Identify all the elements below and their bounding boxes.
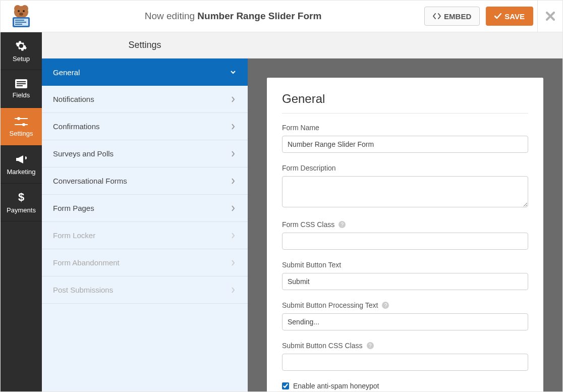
submit-proc-input[interactable] <box>282 313 528 330</box>
panel-general[interactable]: General <box>42 59 248 86</box>
chevron-right-icon <box>231 151 236 157</box>
help-icon[interactable]: ? <box>367 342 374 349</box>
topbar-actions: EMBED SAVE <box>424 7 537 26</box>
panel-label: Form Abandonment <box>53 258 120 267</box>
panel-notifications[interactable]: Notifications <box>42 86 248 113</box>
chevron-down-icon <box>231 70 236 75</box>
svg-rect-15 <box>15 118 28 119</box>
editing-prefix: Now editing <box>145 11 198 21</box>
settings-panel-header: Settings <box>42 32 248 59</box>
panel-surveys[interactable]: Surveys and Polls <box>42 140 248 167</box>
svg-rect-12 <box>17 81 26 82</box>
chevron-right-icon <box>231 178 236 184</box>
panel-label: General <box>53 68 80 77</box>
chevron-right-icon <box>231 96 236 102</box>
svg-point-4 <box>23 10 25 12</box>
nav-label: Payments <box>7 206 36 214</box>
chevron-right-icon <box>231 124 236 130</box>
nav-marketing[interactable]: Marketing <box>1 146 42 184</box>
topbar: Now editing Number Range Slider Form EMB… <box>1 1 562 32</box>
form-desc-input[interactable] <box>282 176 528 207</box>
panel-label: Surveys and Polls <box>53 149 114 158</box>
form-desc-label: Form Description <box>282 164 528 172</box>
close-button[interactable] <box>537 1 562 32</box>
help-icon[interactable]: ? <box>339 221 346 228</box>
svg-point-2 <box>14 6 28 18</box>
embed-button[interactable]: EMBED <box>424 7 480 26</box>
nav-label: Fields <box>13 91 30 99</box>
field-css-class: Form CSS Class ? <box>282 220 528 250</box>
svg-point-3 <box>18 10 20 12</box>
panel-confirmations[interactable]: Confirmations <box>42 113 248 140</box>
submit-text-label: Submit Button Text <box>282 261 528 269</box>
panel-post-submissions[interactable]: Post Submissions <box>42 276 248 304</box>
panel-label: Conversational Forms <box>53 177 127 185</box>
svg-point-18 <box>22 123 25 126</box>
nav-label: Marketing <box>7 168 35 176</box>
css-class-input[interactable] <box>282 233 528 250</box>
svg-point-17 <box>17 117 20 120</box>
chevron-right-icon <box>231 233 236 239</box>
field-submit-text: Submit Button Text <box>282 261 528 290</box>
panel-conversational[interactable]: Conversational Forms <box>42 167 248 195</box>
settings-panel: Settings General Notifications Confirmat… <box>42 32 248 391</box>
section-title: General <box>282 92 528 114</box>
panel-label: Form Locker <box>53 231 95 240</box>
logo <box>1 1 42 32</box>
canvas: General Form Name Form Description Form … <box>248 32 562 391</box>
field-submit-proc: Submit Button Processing Text ? <box>282 301 528 330</box>
save-button[interactable]: SAVE <box>486 7 533 26</box>
field-submit-css: Submit Button CSS Class ? <box>282 342 528 371</box>
svg-rect-10 <box>15 24 22 25</box>
check-icon <box>494 13 501 19</box>
sidebar-nav: Setup Fields Settings Marketing $ Paymen… <box>1 32 42 391</box>
nav-payments[interactable]: $ Payments <box>1 184 42 221</box>
chevron-right-icon <box>231 205 236 211</box>
nav-settings[interactable]: Settings <box>1 108 42 146</box>
close-icon <box>546 12 555 21</box>
field-form-name: Form Name <box>282 124 528 153</box>
fields-icon <box>15 79 27 88</box>
help-icon[interactable]: ? <box>382 302 389 309</box>
panel-label: Post Submissions <box>53 286 113 294</box>
field-form-desc: Form Description <box>282 164 528 209</box>
embed-label: EMBED <box>444 12 471 21</box>
submit-text-input[interactable] <box>282 273 528 290</box>
svg-rect-9 <box>15 22 26 23</box>
megaphone-icon <box>15 154 27 165</box>
panel-form-pages[interactable]: Form Pages <box>42 195 248 222</box>
field-honeypot: Enable anti-spam honeypot <box>282 382 528 390</box>
gear-icon <box>15 40 27 52</box>
honeypot-checkbox[interactable] <box>282 382 289 389</box>
chevron-right-icon <box>231 287 236 293</box>
svg-text:$: $ <box>18 191 24 203</box>
css-class-label: Form CSS Class <box>282 220 334 229</box>
form-title: Number Range Slider Form <box>197 11 321 21</box>
code-icon <box>433 13 441 20</box>
save-label: SAVE <box>504 12 525 21</box>
panel-label: Form Pages <box>53 204 94 212</box>
chevron-right-icon <box>231 260 236 266</box>
panel-label: Confirmations <box>53 122 100 131</box>
sliders-icon <box>15 117 28 127</box>
honeypot-label: Enable anti-spam honeypot <box>293 382 379 390</box>
svg-point-5 <box>19 13 23 16</box>
general-settings-card: General Form Name Form Description Form … <box>267 78 543 391</box>
form-name-input[interactable] <box>282 136 528 153</box>
submit-css-label: Submit Button CSS Class <box>282 342 363 350</box>
canvas-header-strip <box>248 32 562 59</box>
nav-label: Setup <box>13 55 30 63</box>
nav-setup[interactable]: Setup <box>1 32 42 70</box>
nav-fields[interactable]: Fields <box>1 70 42 108</box>
panel-form-locker[interactable]: Form Locker <box>42 222 248 249</box>
submit-css-input[interactable] <box>282 354 528 371</box>
panel-label: Notifications <box>53 95 94 103</box>
wpforms-logo-icon <box>8 5 35 27</box>
page-title: Now editing Number Range Slider Form <box>42 11 424 22</box>
submit-proc-label: Submit Button Processing Text <box>282 301 378 309</box>
panel-form-abandonment[interactable]: Form Abandonment <box>42 249 248 276</box>
main: Setup Fields Settings Marketing $ Paymen… <box>1 32 562 391</box>
dollar-icon: $ <box>17 191 25 203</box>
svg-rect-13 <box>17 83 26 84</box>
form-name-label: Form Name <box>282 124 528 132</box>
